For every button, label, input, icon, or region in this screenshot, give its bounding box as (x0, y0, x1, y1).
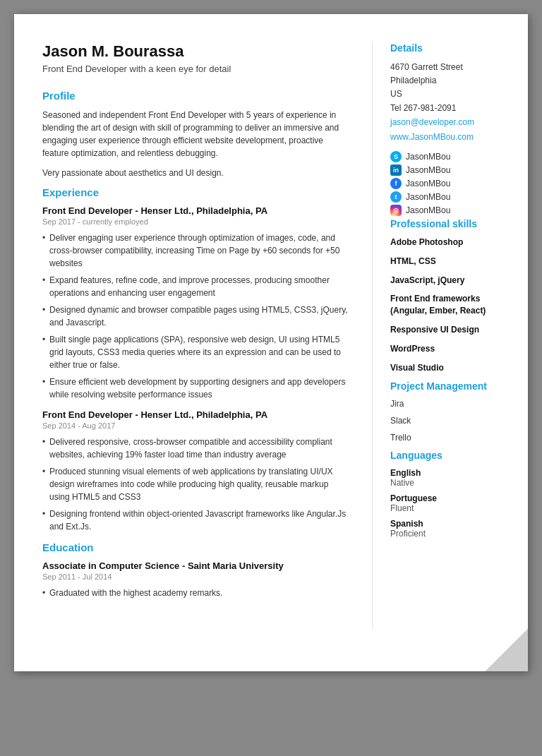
bullet-item: Deliver engaging user experience through… (42, 232, 351, 270)
education-section: Education Associate in Computer Science … (42, 541, 351, 599)
lang-portuguese: Portuguese Fluent (390, 493, 514, 513)
lang-name: Portuguese (390, 493, 514, 503)
experience-section: Experience Front End Developer - Henser … (42, 186, 351, 533)
job-1-bullets: Deliver engaging user experience through… (42, 232, 351, 401)
resume-body: Jason M. Bourassa Front End Developer wi… (14, 42, 528, 629)
edu-bullets: Graduated with the highest academy remar… (42, 587, 351, 599)
instagram-handle: JasonMBou (406, 205, 450, 215)
candidate-name: Jason M. Bourassa (42, 42, 351, 61)
page-number: 2/2 (502, 654, 514, 664)
pm-item: Slack (390, 416, 514, 426)
lang-name: Spanish (390, 519, 514, 529)
bullet-item: Graduated with the highest academy remar… (42, 587, 351, 599)
instagram-icon: ◎ (390, 205, 402, 216)
candidate-tagline: Front End Developer with a keen eye for … (42, 64, 351, 74)
job-2-period: Sep 2014 - Aug 2017 (42, 421, 351, 430)
lang-level: Fluent (390, 503, 514, 513)
right-column: Details 4670 Garrett Street Philadelphia… (373, 42, 528, 629)
skype-handle: JasonMBou (406, 152, 450, 162)
pm-item: Jira (390, 399, 514, 409)
job-2: Front End Developer - Henser Ltd., Phila… (42, 409, 351, 533)
bullet-item: Ensure efficient web development by supp… (42, 376, 351, 401)
lang-level: Proficient (390, 529, 514, 539)
skype-icon: S (390, 151, 402, 162)
bullet-item: Expand features, refine code, and improv… (42, 274, 351, 299)
skill-item: Adobe Photoshop (390, 236, 514, 248)
skill-item: HTML, CSS (390, 256, 514, 268)
website-link[interactable]: www.JasonMBou.com (390, 130, 514, 145)
details-section: Details 4670 Garrett Street Philadelphia… (390, 42, 514, 145)
email-link[interactable]: jason@developer.com (390, 115, 514, 131)
skill-item: JavaScript, jQuery (390, 275, 514, 287)
left-column: Jason M. Bourassa Front End Developer wi… (14, 42, 373, 629)
phone: Tel 267-981-2091 (390, 102, 514, 115)
lang-spanish: Spanish Proficient (390, 519, 514, 539)
social-instagram: ◎ JasonMBou (390, 205, 514, 216)
profile-section: Profile Seasoned and independent Front E… (42, 90, 351, 179)
project-management-section: Project Management Jira Slack Trello (390, 380, 514, 443)
bullet-item: Built single page applications (SPA), re… (42, 333, 351, 371)
edu-degree: Associate in Computer Science - Saint Ma… (42, 560, 351, 571)
linkedin-handle: JasonMBou (406, 165, 450, 175)
linkedin-icon: in (390, 164, 402, 176)
skills-section: Professional skills Adobe Photoshop HTML… (390, 218, 514, 373)
edu-period: Sep 2011 - Jul 2014 (42, 572, 351, 581)
bullet-item: Designed dynamic and browser compatible … (42, 304, 351, 329)
skill-item: WordPress (390, 343, 514, 355)
skill-item: Front End frameworks (Angular, Ember, Re… (390, 293, 514, 317)
facebook-icon: f (390, 178, 402, 189)
skills-title: Professional skills (390, 218, 514, 229)
bullet-item: Designing frontend within object-oriente… (42, 508, 351, 533)
lang-name: English (390, 468, 514, 478)
lang-english: English Native (390, 468, 514, 488)
lang-level: Native (390, 478, 514, 488)
skill-item: Visual Studio (390, 362, 514, 374)
profile-para-1: Seasoned and independent Front End Devel… (42, 109, 351, 160)
facebook-handle: JasonMBou (406, 179, 450, 188)
job-1: Front End Developer - Henser Ltd., Phila… (42, 205, 351, 401)
job-2-bullets: Delivered responsive, cross-browser comp… (42, 436, 351, 533)
social-linkedin: in JasonMBou (390, 164, 514, 176)
skill-item: Responsive UI Design (390, 324, 514, 336)
profile-para-2: Very passionate about aesthetics and UI … (42, 167, 351, 179)
social-section: S JasonMBou in JasonMBou f JasonMBou t J… (390, 151, 514, 216)
bullet-item: Produced stunning visual elements of web… (42, 465, 351, 503)
languages-title: Languages (390, 450, 514, 461)
job-1-title: Front End Developer - Henser Ltd., Phila… (42, 205, 351, 216)
pm-title: Project Management (390, 380, 514, 392)
address-line3: US (390, 88, 514, 101)
twitter-icon: t (390, 191, 402, 203)
profile-section-title: Profile (42, 90, 351, 102)
address-line2: Philadelphia (390, 74, 514, 88)
job-1-period: Sep 2017 - currently employed (42, 217, 351, 226)
edu-item-1: Associate in Computer Science - Saint Ma… (42, 560, 351, 599)
resume-page: Jason M. Bourassa Front End Developer wi… (14, 14, 528, 671)
bullet-item: Delivered responsive, cross-browser comp… (42, 436, 351, 461)
address-line1: 4670 Garrett Street (390, 61, 514, 74)
social-facebook: f JasonMBou (390, 178, 514, 189)
languages-section: Languages English Native Portuguese Flue… (390, 450, 514, 539)
social-twitter: t JasonMBou (390, 191, 514, 203)
experience-section-title: Experience (42, 186, 351, 198)
details-title: Details (390, 42, 514, 54)
education-section-title: Education (42, 541, 351, 553)
job-2-title: Front End Developer - Henser Ltd., Phila… (42, 409, 351, 420)
pm-item: Trello (390, 433, 514, 443)
twitter-handle: JasonMBou (406, 192, 450, 202)
social-skype: S JasonMBou (390, 151, 514, 162)
